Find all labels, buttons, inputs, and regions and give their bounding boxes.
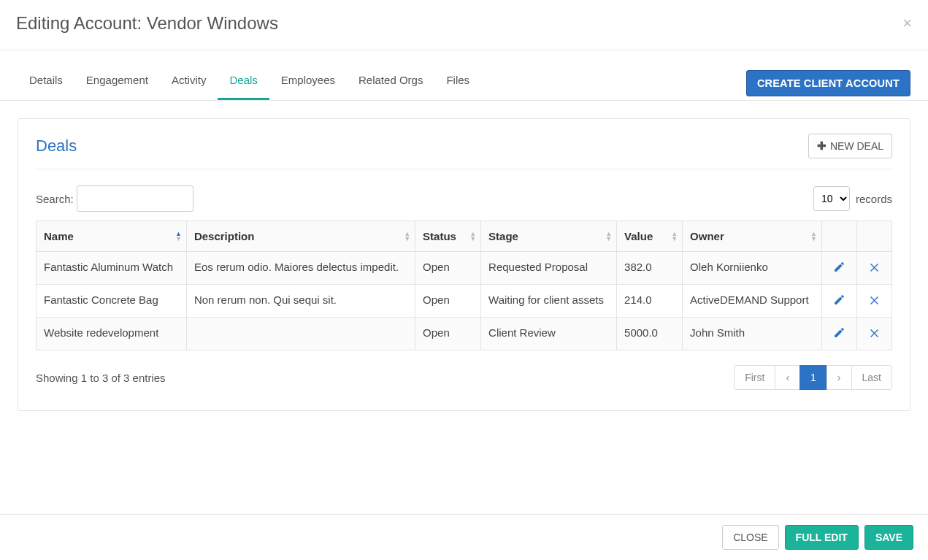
- cell-status: Open: [415, 318, 481, 350]
- deals-panel: Deals ✚ NEW DEAL Search: 10 records: [18, 118, 910, 411]
- tabs-list: Details Engagement Activity Deals Employ…: [18, 66, 481, 100]
- col-stage[interactable]: Stage ▲▼: [481, 221, 617, 252]
- cell-owner: ActiveDEMAND Support: [683, 285, 822, 318]
- cell-owner: Oleh Korniienko: [683, 252, 822, 285]
- controls-row: Search: 10 records: [36, 185, 892, 212]
- tab-files[interactable]: Files: [434, 66, 481, 100]
- sort-icon: ▲▼: [404, 231, 410, 242]
- col-name[interactable]: Name ▲▼: [37, 221, 187, 252]
- new-deal-label: NEW DEAL: [830, 140, 883, 152]
- cell-stage: Client Review: [481, 318, 617, 350]
- edit-icon[interactable]: [833, 326, 845, 339]
- create-client-account-button[interactable]: CREATE CLIENT ACCOUNT: [746, 70, 910, 96]
- delete-icon[interactable]: [868, 294, 881, 306]
- cell-description: [186, 318, 415, 350]
- col-status[interactable]: Status ▲▼: [415, 221, 481, 252]
- delete-icon[interactable]: [868, 326, 881, 339]
- search-input[interactable]: [77, 185, 193, 212]
- chevron-right-icon: ›: [837, 372, 841, 383]
- records-select[interactable]: 10: [813, 186, 850, 211]
- cell-stage: Requested Proposal: [481, 252, 617, 285]
- search-label: Search:: [36, 193, 74, 205]
- col-delete: [857, 221, 892, 252]
- cell-status: Open: [415, 285, 481, 318]
- panel-title: Deals: [36, 137, 77, 156]
- pagination: First ‹ 1 › Last: [735, 365, 892, 390]
- cell-name: Website redevelopment: [37, 318, 187, 350]
- page-1[interactable]: 1: [799, 365, 827, 390]
- cell-description: Non rerum non. Qui sequi sit.: [186, 285, 415, 318]
- page-first[interactable]: First: [734, 365, 775, 390]
- table-row: Fantastic Concrete BagNon rerum non. Qui…: [37, 285, 892, 318]
- showing-text: Showing 1 to 3 of 3 entries: [36, 372, 166, 384]
- modal-editing-account: Editing Account: Vendor Windows × Detail…: [0, 0, 928, 560]
- page-prev[interactable]: ‹: [775, 365, 800, 390]
- table-row: Fantastic Aluminum WatchEos rerum odio. …: [37, 252, 892, 285]
- sort-icon: ▲▼: [605, 231, 612, 242]
- table-row: Website redevelopmentOpenClient Review50…: [37, 318, 892, 350]
- cell-value: 214.0: [617, 285, 683, 318]
- full-edit-button[interactable]: FULL EDIT: [785, 525, 859, 550]
- cell-value: 382.0: [617, 252, 683, 285]
- records-wrap: 10 records: [813, 186, 892, 211]
- tab-engagement[interactable]: Engagement: [74, 66, 160, 100]
- modal-header: Editing Account: Vendor Windows ×: [0, 0, 928, 50]
- edit-icon[interactable]: [833, 294, 845, 306]
- tab-employees[interactable]: Employees: [269, 66, 347, 100]
- modal-footer: CLOSE FULL EDIT SAVE: [0, 514, 928, 560]
- panel-header: Deals ✚ NEW DEAL: [36, 134, 892, 169]
- cell-description: Eos rerum odio. Maiores delectus impedit…: [186, 252, 415, 285]
- sort-icon: ▲▼: [469, 231, 476, 242]
- plus-icon: ✚: [817, 139, 827, 153]
- cell-owner: John Smith: [683, 318, 822, 350]
- records-label: records: [856, 193, 892, 205]
- deals-table: Name ▲▼ Description ▲▼ Status ▲▼ Stage ▲…: [36, 220, 892, 350]
- cell-value: 5000.0: [617, 318, 683, 350]
- close-icon[interactable]: ×: [902, 15, 912, 31]
- cell-stage: Waiting for client assets: [481, 285, 617, 318]
- tab-deals[interactable]: Deals: [218, 66, 269, 100]
- edit-icon[interactable]: [833, 261, 845, 273]
- tab-related-orgs[interactable]: Related Orgs: [347, 66, 434, 100]
- tabs-bar: Details Engagement Activity Deals Employ…: [0, 50, 928, 101]
- search-wrap: Search:: [36, 185, 193, 212]
- save-button[interactable]: SAVE: [864, 525, 913, 550]
- cell-status: Open: [415, 252, 481, 285]
- table-footer: Showing 1 to 3 of 3 entries First ‹ 1 › …: [36, 365, 892, 390]
- col-edit: [822, 221, 857, 252]
- table-header-row: Name ▲▼ Description ▲▼ Status ▲▼ Stage ▲…: [37, 221, 892, 252]
- delete-icon[interactable]: [868, 261, 881, 273]
- close-button[interactable]: CLOSE: [722, 525, 778, 550]
- chevron-left-icon: ‹: [786, 372, 789, 383]
- tab-activity[interactable]: Activity: [160, 66, 218, 100]
- tab-details[interactable]: Details: [18, 66, 74, 100]
- modal-title: Editing Account: Vendor Windows: [16, 13, 278, 34]
- page-last[interactable]: Last: [851, 365, 892, 390]
- col-owner[interactable]: Owner ▲▼: [683, 221, 822, 252]
- sort-icon: ▲▼: [175, 231, 182, 242]
- cell-name: Fantastic Aluminum Watch: [37, 252, 187, 285]
- col-description[interactable]: Description ▲▼: [186, 221, 415, 252]
- page-next[interactable]: ›: [827, 365, 852, 390]
- col-value[interactable]: Value ▲▼: [617, 221, 683, 252]
- cell-name: Fantastic Concrete Bag: [37, 285, 187, 318]
- sort-icon: ▲▼: [810, 231, 817, 242]
- new-deal-button[interactable]: ✚ NEW DEAL: [808, 134, 892, 158]
- sort-icon: ▲▼: [671, 231, 678, 242]
